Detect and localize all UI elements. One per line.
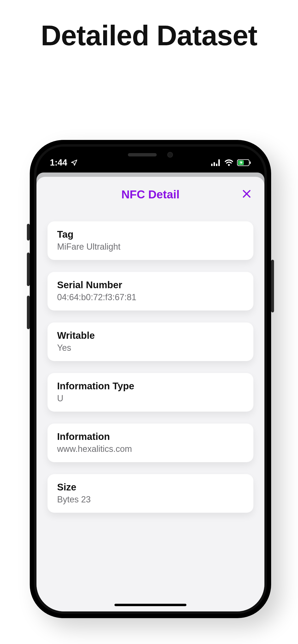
volume-up-button xyxy=(27,252,30,286)
card-label: Serial Number xyxy=(57,280,244,290)
notch xyxy=(99,146,202,163)
speaker xyxy=(128,153,157,156)
cellular-signal-icon xyxy=(211,159,221,166)
close-icon xyxy=(241,196,252,200)
card-value: Bytes 23 xyxy=(57,494,244,504)
detail-sheet: NFC Detail Tag MiFare Ultralight xyxy=(37,177,264,612)
sheet-title: NFC Detail xyxy=(121,186,180,201)
volume-down-button xyxy=(27,296,30,329)
phone-frame: 1:44 xyxy=(30,140,271,618)
svg-rect-2 xyxy=(216,164,217,166)
card-label: Information xyxy=(57,431,244,442)
card-value: 04:64:b0:72:f3:67:81 xyxy=(57,292,244,302)
wifi-icon xyxy=(225,159,233,166)
card-serial-number: Serial Number 04:64:b0:72:f3:67:81 xyxy=(48,272,253,310)
card-writable: Writable Yes xyxy=(48,322,253,361)
card-tag: Tag MiFare Ultralight xyxy=(48,222,253,260)
card-label: Information Type xyxy=(57,381,244,392)
svg-rect-3 xyxy=(218,159,220,166)
detail-card-list: Tag MiFare Ultralight Serial Number 04:6… xyxy=(37,212,264,513)
close-button[interactable] xyxy=(240,187,253,201)
card-label: Size xyxy=(57,482,244,492)
svg-rect-1 xyxy=(214,162,215,166)
battery-charging-icon xyxy=(237,159,251,166)
phone-screen: 1:44 xyxy=(37,146,264,612)
home-indicator[interactable] xyxy=(114,604,186,606)
card-value: Yes xyxy=(57,343,244,353)
card-label: Writable xyxy=(57,330,244,341)
card-value: U xyxy=(57,394,244,404)
power-button xyxy=(271,260,274,312)
silence-switch xyxy=(27,224,30,240)
card-information: Information www.hexalitics.com xyxy=(48,424,253,462)
card-size: Size Bytes 23 xyxy=(48,474,253,513)
front-camera xyxy=(167,152,173,158)
svg-rect-6 xyxy=(250,162,251,164)
card-value: www.hexalitics.com xyxy=(57,444,244,454)
card-value: MiFare Ultralight xyxy=(57,242,244,252)
card-information-type: Information Type U xyxy=(48,373,253,412)
card-label: Tag xyxy=(57,229,244,240)
page-title: Detailed Dataset xyxy=(0,19,298,52)
sheet-header: NFC Detail xyxy=(37,186,264,212)
svg-rect-0 xyxy=(211,164,213,166)
status-time: 1:44 xyxy=(50,158,67,168)
location-icon xyxy=(71,159,78,166)
